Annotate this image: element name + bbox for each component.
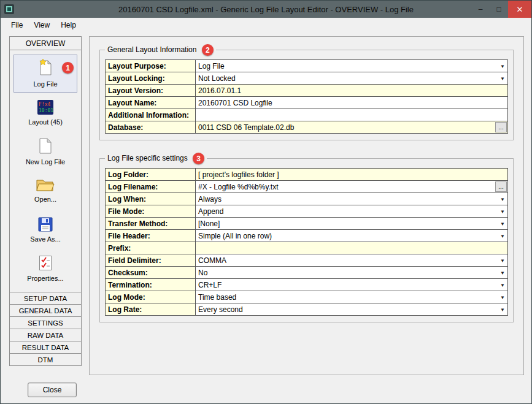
chevron-down-icon[interactable]: ▼ bbox=[500, 196, 505, 202]
menu-view[interactable]: View bbox=[28, 19, 55, 31]
field-label: Prefix: bbox=[106, 242, 196, 254]
layout-icon: F!x410:01 bbox=[37, 100, 53, 116]
maximize-button[interactable]: □ bbox=[490, 1, 508, 18]
sidebar-tool-label: New Log File bbox=[26, 158, 65, 167]
field-value-text: Time based bbox=[198, 293, 236, 302]
field-value[interactable]: Time based▼ bbox=[196, 291, 508, 303]
sidebar-item-settings[interactable]: SETTINGS bbox=[10, 316, 81, 329]
save-as-icon bbox=[38, 217, 53, 233]
menu-help[interactable]: Help bbox=[55, 19, 82, 31]
annotation-badge-3: 3 bbox=[193, 153, 204, 164]
field-value[interactable]: No▼ bbox=[196, 267, 508, 279]
window-controls: – □ ✕ bbox=[471, 1, 531, 18]
sidebar-tool-label: Open... bbox=[34, 196, 56, 204]
field-value[interactable]: [None]▼ bbox=[196, 218, 508, 230]
open-folder-icon bbox=[36, 178, 55, 193]
field-row-termination: Termination:CR+LF▼ bbox=[106, 279, 508, 291]
field-row-layout-purpose: Layout Purpose:Log File▼ bbox=[106, 60, 508, 72]
field-value[interactable]: 2016.07.01.1 bbox=[196, 85, 508, 97]
field-label: Termination: bbox=[106, 279, 196, 291]
field-value[interactable]: Always▼ bbox=[196, 193, 508, 205]
chevron-down-icon[interactable]: ▼ bbox=[500, 282, 505, 288]
sidebar-sections: SETUP DATAGENERAL DATASETTINGSRAW DATARE… bbox=[10, 292, 81, 365]
field-value[interactable]: Simple (All in one row)▼ bbox=[196, 230, 508, 242]
chevron-down-icon[interactable]: ▼ bbox=[500, 75, 505, 81]
close-dialog-button[interactable]: Close bbox=[28, 383, 77, 397]
sidebar-item-dtm[interactable]: DTM bbox=[10, 353, 81, 365]
sidebar-tool-label: Save As... bbox=[30, 235, 61, 244]
field-value-text: CR+LF bbox=[198, 281, 222, 289]
sidebar: OVERVIEW Log File1F!x410:01Layout (45)Ne… bbox=[9, 36, 82, 366]
field-value-text: [ project's logfiles folder ] bbox=[198, 170, 279, 179]
chevron-down-icon[interactable]: ▼ bbox=[500, 307, 505, 312]
field-row-file-mode: File Mode:Append▼ bbox=[106, 205, 508, 218]
field-value-text: #X - Logfile %d%b%y.txt bbox=[198, 183, 279, 191]
field-value[interactable]: [ project's logfiles folder ] bbox=[196, 169, 508, 181]
field-row-prefix: Prefix: bbox=[106, 242, 508, 254]
field-value-text: COMMA bbox=[198, 256, 226, 265]
minimize-button[interactable]: – bbox=[471, 1, 490, 18]
sidebar-tool-open[interactable]: Open... bbox=[13, 173, 77, 210]
sidebar-item-result-data[interactable]: RESULT DATA bbox=[10, 341, 81, 353]
field-row-transfer-method: Transfer Method:[None]▼ bbox=[106, 218, 508, 230]
sidebar-tool-properties[interactable]: Properties... bbox=[13, 251, 77, 288]
field-row-log-when: Log When:Always▼ bbox=[106, 193, 508, 205]
svg-text:10:01: 10:01 bbox=[39, 108, 53, 113]
menu-file[interactable]: File bbox=[6, 19, 28, 31]
field-value-text: [None] bbox=[198, 219, 220, 228]
titlebar: 20160701 CSD Logfile.xml - Generic Log F… bbox=[1, 1, 531, 18]
field-value[interactable]: Append▼ bbox=[196, 205, 508, 218]
content-area: OVERVIEW Log File1F!x410:01Layout (45)Ne… bbox=[1, 32, 531, 375]
sidebar-tool-new-log-file[interactable]: New Log File bbox=[13, 134, 77, 170]
sidebar-item-general-data[interactable]: GENERAL DATA bbox=[10, 304, 81, 316]
field-label: Checksum: bbox=[106, 267, 196, 279]
main-panel: General Layout Information 2 Layout Purp… bbox=[89, 36, 524, 375]
chevron-down-icon[interactable]: ▼ bbox=[500, 270, 505, 275]
field-value[interactable]: CR+LF▼ bbox=[196, 279, 508, 291]
log-settings-table: Log Folder:[ project's logfiles folder ]… bbox=[105, 168, 508, 316]
chevron-down-icon[interactable]: ▼ bbox=[500, 208, 505, 214]
sidebar-tool-layout-45[interactable]: F!x410:01Layout (45) bbox=[13, 95, 77, 132]
footer: Close bbox=[1, 375, 531, 404]
sidebar-tool-log-file[interactable]: Log File1 bbox=[13, 55, 77, 93]
window-title: 20160701 CSD Logfile.xml - Generic Log F… bbox=[1, 5, 531, 14]
chevron-down-icon[interactable]: ▼ bbox=[500, 257, 505, 263]
field-value-text: Log File bbox=[198, 62, 225, 71]
close-window-button[interactable]: ✕ bbox=[508, 1, 531, 18]
chevron-down-icon[interactable]: ▼ bbox=[500, 294, 505, 300]
field-label: File Mode: bbox=[106, 205, 196, 218]
sidebar-tool-save-as[interactable]: Save As... bbox=[13, 212, 77, 249]
field-label: Database: bbox=[106, 121, 196, 134]
sidebar-item-raw-data[interactable]: RAW DATA bbox=[10, 329, 81, 341]
chevron-down-icon[interactable]: ▼ bbox=[500, 63, 505, 69]
general-layout-table: Layout Purpose:Log File▼Layout Locking:N… bbox=[105, 59, 508, 134]
field-value-text: Not Locked bbox=[198, 74, 236, 83]
sidebar-item-setup-data[interactable]: SETUP DATA bbox=[10, 292, 81, 304]
log-file-icon bbox=[38, 58, 53, 78]
field-value[interactable]: 0011 CSD 06 Template.02.db... bbox=[196, 121, 508, 134]
sidebar-overview-header[interactable]: OVERVIEW bbox=[10, 37, 81, 50]
field-value[interactable]: Log File▼ bbox=[196, 60, 508, 72]
field-label: Transfer Method: bbox=[106, 218, 196, 230]
field-row-file-header: File Header:Simple (All in one row)▼ bbox=[106, 230, 508, 242]
field-row-checksum: Checksum:No▼ bbox=[106, 267, 508, 279]
chevron-down-icon[interactable]: ▼ bbox=[500, 233, 505, 238]
field-label: Layout Name: bbox=[106, 97, 196, 109]
field-row-additional-information: Additional Information: bbox=[106, 109, 508, 121]
field-value[interactable] bbox=[196, 242, 508, 254]
field-label: Layout Locking: bbox=[106, 72, 196, 85]
sidebar-tool-label: Layout (45) bbox=[28, 118, 63, 127]
field-value[interactable]: Not Locked▼ bbox=[196, 72, 508, 85]
field-row-log-folder: Log Folder:[ project's logfiles folder ] bbox=[106, 169, 508, 181]
field-row-layout-locking: Layout Locking:Not Locked▼ bbox=[106, 72, 508, 85]
field-value[interactable]: COMMA▼ bbox=[196, 254, 508, 267]
field-row-layout-name: Layout Name:20160701 CSD Logfile bbox=[106, 97, 508, 109]
field-value[interactable]: Every second▼ bbox=[196, 303, 508, 316]
field-value[interactable]: 20160701 CSD Logfile bbox=[196, 97, 508, 109]
ellipsis-button[interactable]: ... bbox=[495, 181, 507, 192]
field-value[interactable] bbox=[196, 109, 508, 121]
field-value[interactable]: #X - Logfile %d%b%y.txt... bbox=[196, 181, 508, 193]
chevron-down-icon[interactable]: ▼ bbox=[500, 221, 505, 226]
field-row-log-filename: Log Filename:#X - Logfile %d%b%y.txt... bbox=[106, 181, 508, 193]
ellipsis-button[interactable]: ... bbox=[495, 122, 507, 132]
